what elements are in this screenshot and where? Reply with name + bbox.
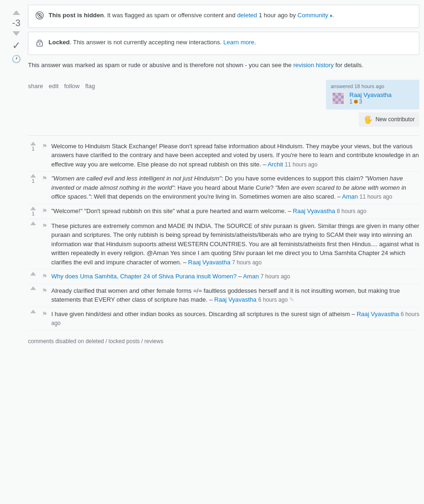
comment-vote-2: 1 [28,174,38,184]
comment-time-6: 6 hours ago [258,297,287,303]
comment-7: ⚑ I have given hindi/desi and other indi… [28,307,419,331]
hidden-period: . [332,12,334,19]
user-info-section: answered 18 hours ago [326,80,419,127]
share-link[interactable]: share [28,83,43,90]
comment-flag-3[interactable]: ⚑ [42,207,48,214]
comment-body-2: "Women are called evil and less intellig… [51,174,419,201]
hidden-icon [35,11,44,22]
comment-upvote-6[interactable] [30,286,36,290]
comment-2: 1 ⚑ "Women are called evil and less inte… [28,172,419,204]
locked-title: Locked [49,39,70,46]
new-contributor-badge: 🖐 New contributor [359,112,419,127]
comment-author-3[interactable]: Raaj Vyavastha [293,207,335,214]
answer-body: This answer was marked as spam or rude o… [28,59,419,72]
comment-upvote-7[interactable] [30,310,36,313]
svg-rect-13 [341,96,344,98]
comment-vote-5 [28,272,38,276]
flag-link[interactable]: flag [85,83,95,90]
comment-body-1: Welcome to Hinduism Stack Exchange! Plea… [51,142,419,169]
lock-icon [35,38,44,49]
comment-vote-6 [28,286,38,290]
comment-time-3: 8 hours ago [337,208,366,214]
svg-rect-10 [333,96,335,98]
comment-flag-7[interactable]: ⚑ [42,311,48,318]
locked-notice: Locked. This answer is not currently acc… [28,32,419,55]
svg-point-4 [39,43,41,45]
svg-rect-11 [335,96,338,98]
upvote-button[interactable] [13,10,20,15]
answer-container: -3 ✓ 🕐 This post is hidden. It was flagg… [5,5,419,345]
comment-upvote-3[interactable] [30,207,36,210]
svg-rect-18 [333,101,335,104]
comment-upvote-1[interactable] [30,142,36,145]
comment-upvote-4[interactable] [30,221,36,225]
comment-flag-1[interactable]: ⚑ [42,143,48,150]
comment-time-1: 11 hours ago [285,161,318,168]
comments-section: 1 ⚑ Welcome to Hinduism Stack Exchange! … [28,135,419,345]
edit-icon-comment-6: ✎ [289,296,294,303]
user-name-link[interactable]: Raaj Vyavastha [349,91,392,98]
comment-flag-4[interactable]: ⚑ [42,222,48,229]
svg-rect-8 [338,93,341,96]
comment-author-4[interactable]: Raaj Vyavastha [188,259,230,266]
comment-body-6: Already clarified that women and other f… [51,286,419,304]
svg-rect-20 [338,101,341,104]
vote-column: -3 ✓ 🕐 [5,5,28,345]
comment-author-6[interactable]: Raaj Vyavastha [214,296,257,303]
comment-4: ⚑ These pictures are extremely common an… [28,219,419,270]
comment-body-5: Why does Uma Samhita, Chapter 24 of Shiv… [51,272,419,281]
comment-author-5[interactable]: Aman [243,273,259,280]
svg-rect-6 [333,93,335,96]
comment-author-7[interactable]: Raaj Vyavastha [357,311,399,318]
comment-body-4: These pictures are extremely common and … [51,221,419,267]
locked-notice-text: Locked. This answer is not currently acc… [49,38,256,47]
learn-more-link[interactable]: Learn more [223,39,254,46]
comment-flag-6[interactable]: ⚑ [42,287,48,294]
comment-flag-2[interactable]: ⚑ [42,175,48,182]
comment-vote-1: 1 [28,142,38,152]
new-contributor-label: New contributor [375,116,415,123]
comment-vote-4 [28,221,38,226]
edit-link[interactable]: edit [49,83,59,90]
comment-time-2: 11 hours ago [360,193,392,200]
comment-vote-7 [28,310,38,314]
uma-samhita-link[interactable]: Why does Uma Samhita, Chapter 24 of Shiv… [51,273,236,280]
svg-rect-16 [338,98,341,101]
comment-time-5: 7 hours ago [261,273,290,280]
comment-body-3: "Welcome!" "Don't spread rubbish on this… [51,207,419,216]
answer-actions: share edit follow flag [28,83,95,90]
comment-author-1[interactable]: Archit [268,161,283,168]
comment-author-2[interactable]: Aman [342,193,358,200]
revision-history-link[interactable]: revision history [293,62,334,69]
comment-flag-5[interactable]: ⚑ [42,273,48,280]
user-details: Raaj Vyavastha 1 3 [349,91,392,105]
hidden-notice: This post is hidden. It was flagged as s… [28,5,419,28]
community-link[interactable]: Community [298,12,328,19]
svg-rect-9 [341,93,344,96]
answered-time: answered 18 hours ago [331,83,415,89]
comment-3: 1 ⚑ "Welcome!" "Don't spread rubbish on … [28,204,419,219]
comment-1: 1 ⚑ Welcome to Hinduism Stack Exchange! … [28,139,419,172]
vote-count: -3 [12,18,21,28]
hidden-title: This post is hidden [49,12,104,19]
comment-body-7: I have given hindi/desi and other indian… [51,310,419,328]
svg-rect-12 [338,96,341,98]
bronze-dot [354,100,358,104]
downvote-button[interactable] [13,31,20,36]
user-reputation: 1 3 [349,98,392,105]
svg-rect-7 [335,93,338,96]
comment-upvote-2[interactable] [30,174,36,178]
svg-rect-21 [341,101,344,104]
deleted-link[interactable]: deleted [237,12,257,19]
comments-disabled-notice: comments disabled on deleted / locked po… [28,335,419,345]
follow-link[interactable]: follow [64,83,80,90]
comment-vote-3: 1 [28,207,38,216]
comment-5: ⚑ Why does Uma Samhita, Chapter 24 of Sh… [28,269,419,284]
svg-rect-17 [341,98,344,101]
hidden-notice-text: This post is hidden. It was flagged as s… [49,11,334,20]
user-card-info: Raaj Vyavastha 1 3 [331,91,415,106]
svg-rect-15 [335,98,338,101]
comment-time-4: 7 hours ago [232,259,262,266]
history-icon: 🕐 [12,55,21,63]
comment-upvote-5[interactable] [30,272,36,276]
